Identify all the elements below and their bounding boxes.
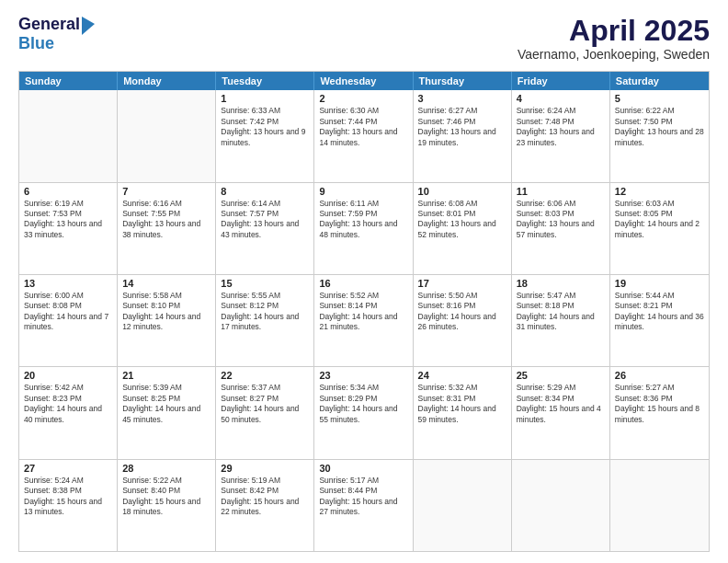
- calendar-week-4: 20Sunrise: 5:42 AMSunset: 8:23 PMDayligh…: [19, 366, 709, 458]
- calendar-cell: 22Sunrise: 5:37 AMSunset: 8:27 PMDayligh…: [216, 367, 314, 458]
- calendar-cell: 7Sunrise: 6:16 AMSunset: 7:55 PMDaylight…: [118, 183, 216, 274]
- calendar-cell: 29Sunrise: 5:19 AMSunset: 8:42 PMDayligh…: [216, 460, 314, 551]
- header-wednesday: Wednesday: [314, 72, 413, 90]
- day-number: 4: [517, 93, 605, 104]
- day-info: Sunrise: 5:29 AMSunset: 8:34 PMDaylight:…: [517, 383, 605, 425]
- header: General Blue April 2025 Vaernamo, Joenko…: [18, 15, 710, 62]
- day-number: 26: [615, 370, 704, 381]
- day-info: Sunrise: 6:30 AMSunset: 7:44 PMDaylight:…: [319, 106, 407, 148]
- day-number: 3: [418, 93, 506, 104]
- calendar-cell: 10Sunrise: 6:08 AMSunset: 8:01 PMDayligh…: [414, 183, 512, 274]
- day-number: 28: [122, 463, 210, 474]
- header-friday: Friday: [512, 72, 610, 90]
- day-info: Sunrise: 5:37 AMSunset: 8:27 PMDaylight:…: [221, 383, 309, 425]
- calendar-cell: 28Sunrise: 5:22 AMSunset: 8:40 PMDayligh…: [118, 460, 216, 551]
- day-number: 18: [517, 278, 605, 289]
- day-number: 24: [418, 370, 506, 381]
- calendar: Sunday Monday Tuesday Wednesday Thursday…: [18, 71, 710, 552]
- calendar-week-1: 1Sunrise: 6:33 AMSunset: 7:42 PMDaylight…: [19, 90, 709, 181]
- day-number: 23: [319, 370, 407, 381]
- day-number: 6: [24, 186, 112, 197]
- calendar-cell: 18Sunrise: 5:47 AMSunset: 8:18 PMDayligh…: [512, 275, 610, 366]
- day-number: 10: [418, 186, 506, 197]
- calendar-body: 1Sunrise: 6:33 AMSunset: 7:42 PMDaylight…: [19, 90, 709, 551]
- day-info: Sunrise: 6:08 AMSunset: 8:01 PMDaylight:…: [418, 199, 506, 241]
- day-info: Sunrise: 5:24 AMSunset: 8:38 PMDaylight:…: [24, 476, 112, 518]
- calendar-cell: [118, 90, 216, 181]
- day-number: 9: [319, 186, 407, 197]
- day-number: 21: [122, 370, 210, 381]
- calendar-cell: 1Sunrise: 6:33 AMSunset: 7:42 PMDaylight…: [216, 90, 314, 181]
- day-number: 16: [319, 278, 407, 289]
- day-info: Sunrise: 6:16 AMSunset: 7:55 PMDaylight:…: [122, 199, 210, 241]
- day-info: Sunrise: 6:19 AMSunset: 7:53 PMDaylight:…: [24, 199, 112, 241]
- calendar-cell: 20Sunrise: 5:42 AMSunset: 8:23 PMDayligh…: [19, 367, 118, 458]
- day-info: Sunrise: 6:03 AMSunset: 8:05 PMDaylight:…: [615, 199, 704, 241]
- calendar-cell: 6Sunrise: 6:19 AMSunset: 7:53 PMDaylight…: [19, 183, 118, 274]
- logo-general: General: [18, 16, 80, 34]
- day-info: Sunrise: 5:22 AMSunset: 8:40 PMDaylight:…: [122, 476, 210, 518]
- day-info: Sunrise: 5:50 AMSunset: 8:16 PMDaylight:…: [418, 291, 506, 333]
- logo-blue: Blue: [18, 35, 95, 53]
- calendar-cell: 27Sunrise: 5:24 AMSunset: 8:38 PMDayligh…: [19, 460, 118, 551]
- calendar-cell: 12Sunrise: 6:03 AMSunset: 8:05 PMDayligh…: [610, 183, 709, 274]
- day-number: 20: [24, 370, 112, 381]
- day-number: 11: [517, 186, 605, 197]
- month-title: April 2025: [518, 15, 710, 47]
- day-info: Sunrise: 6:27 AMSunset: 7:46 PMDaylight:…: [418, 106, 506, 148]
- day-info: Sunrise: 5:27 AMSunset: 8:36 PMDaylight:…: [615, 383, 704, 425]
- calendar-cell: 30Sunrise: 5:17 AMSunset: 8:44 PMDayligh…: [314, 460, 413, 551]
- title-block: April 2025 Vaernamo, Joenkoeping, Sweden: [518, 15, 710, 62]
- day-info: Sunrise: 6:00 AMSunset: 8:08 PMDaylight:…: [24, 291, 112, 333]
- day-info: Sunrise: 6:24 AMSunset: 7:48 PMDaylight:…: [517, 106, 605, 148]
- calendar-cell: 21Sunrise: 5:39 AMSunset: 8:25 PMDayligh…: [118, 367, 216, 458]
- calendar-cell: 14Sunrise: 5:58 AMSunset: 8:10 PMDayligh…: [118, 275, 216, 366]
- day-info: Sunrise: 5:47 AMSunset: 8:18 PMDaylight:…: [517, 291, 605, 333]
- day-number: 8: [221, 186, 309, 197]
- day-number: 2: [319, 93, 407, 104]
- day-number: 15: [221, 278, 309, 289]
- calendar-cell: 8Sunrise: 6:14 AMSunset: 7:57 PMDaylight…: [216, 183, 314, 274]
- subtitle: Vaernamo, Joenkoeping, Sweden: [518, 47, 710, 62]
- day-info: Sunrise: 6:14 AMSunset: 7:57 PMDaylight:…: [221, 199, 309, 241]
- day-number: 19: [615, 278, 704, 289]
- calendar-cell: 9Sunrise: 6:11 AMSunset: 7:59 PMDaylight…: [314, 183, 413, 274]
- logo: General Blue: [18, 15, 95, 53]
- day-number: 7: [122, 186, 210, 197]
- page: General Blue April 2025 Vaernamo, Joenko…: [0, 0, 728, 563]
- day-info: Sunrise: 6:11 AMSunset: 7:59 PMDaylight:…: [319, 199, 407, 241]
- calendar-cell: 2Sunrise: 6:30 AMSunset: 7:44 PMDaylight…: [314, 90, 413, 181]
- svg-marker-0: [82, 17, 95, 35]
- day-info: Sunrise: 5:32 AMSunset: 8:31 PMDaylight:…: [418, 383, 506, 425]
- calendar-cell: 24Sunrise: 5:32 AMSunset: 8:31 PMDayligh…: [414, 367, 512, 458]
- calendar-header: Sunday Monday Tuesday Wednesday Thursday…: [19, 72, 709, 90]
- header-thursday: Thursday: [414, 72, 512, 90]
- day-number: 22: [221, 370, 309, 381]
- day-number: 5: [615, 93, 704, 104]
- day-number: 14: [122, 278, 210, 289]
- calendar-cell: 5Sunrise: 6:22 AMSunset: 7:50 PMDaylight…: [610, 90, 709, 181]
- calendar-cell: [512, 460, 610, 551]
- calendar-cell: 13Sunrise: 6:00 AMSunset: 8:08 PMDayligh…: [19, 275, 118, 366]
- day-number: 29: [221, 463, 309, 474]
- day-info: Sunrise: 5:55 AMSunset: 8:12 PMDaylight:…: [221, 291, 309, 333]
- calendar-cell: 26Sunrise: 5:27 AMSunset: 8:36 PMDayligh…: [610, 367, 709, 458]
- day-number: 17: [418, 278, 506, 289]
- calendar-cell: [414, 460, 512, 551]
- day-info: Sunrise: 6:33 AMSunset: 7:42 PMDaylight:…: [221, 106, 309, 148]
- day-number: 30: [319, 463, 407, 474]
- logo-icon: [82, 17, 95, 35]
- calendar-cell: 17Sunrise: 5:50 AMSunset: 8:16 PMDayligh…: [414, 275, 512, 366]
- day-info: Sunrise: 5:17 AMSunset: 8:44 PMDaylight:…: [319, 476, 407, 518]
- day-info: Sunrise: 5:39 AMSunset: 8:25 PMDaylight:…: [122, 383, 210, 425]
- header-saturday: Saturday: [610, 72, 709, 90]
- calendar-cell: 16Sunrise: 5:52 AMSunset: 8:14 PMDayligh…: [314, 275, 413, 366]
- calendar-cell: [19, 90, 118, 181]
- calendar-cell: 11Sunrise: 6:06 AMSunset: 8:03 PMDayligh…: [512, 183, 610, 274]
- day-number: 13: [24, 278, 112, 289]
- header-tuesday: Tuesday: [216, 72, 314, 90]
- day-info: Sunrise: 5:42 AMSunset: 8:23 PMDaylight:…: [24, 383, 112, 425]
- day-info: Sunrise: 5:34 AMSunset: 8:29 PMDaylight:…: [319, 383, 407, 425]
- calendar-cell: 3Sunrise: 6:27 AMSunset: 7:46 PMDaylight…: [414, 90, 512, 181]
- day-info: Sunrise: 5:44 AMSunset: 8:21 PMDaylight:…: [615, 291, 704, 333]
